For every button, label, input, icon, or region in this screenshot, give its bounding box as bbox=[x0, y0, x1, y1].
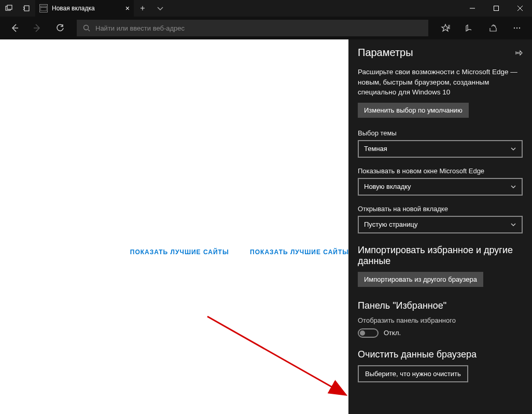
tab-chevron-icon[interactable] bbox=[151, 0, 169, 17]
back-button[interactable] bbox=[4, 19, 25, 37]
share-icon[interactable] bbox=[482, 19, 504, 37]
favorites-toggle[interactable] bbox=[358, 328, 379, 338]
new-tab-select[interactable]: Пустую страницу bbox=[358, 216, 523, 233]
reading-icon[interactable] bbox=[458, 19, 480, 37]
favorites-toggle-row: Откл. bbox=[358, 328, 523, 338]
tab-close-icon[interactable]: × bbox=[125, 4, 130, 12]
address-bar[interactable]: Найти или ввести веб-адрес bbox=[77, 20, 428, 36]
new-tab-value: Пустую страницу bbox=[364, 220, 417, 228]
open-with-select[interactable]: Новую вкладку bbox=[358, 178, 523, 196]
svg-point-18 bbox=[516, 27, 517, 29]
search-icon bbox=[83, 24, 90, 32]
import-heading: Импортировать избранное и другие данные bbox=[358, 245, 523, 267]
svg-rect-3 bbox=[40, 6, 47, 11]
tab-title: Новая вкладка bbox=[52, 5, 95, 12]
minimize-button[interactable] bbox=[460, 0, 484, 17]
theme-value: Темная bbox=[364, 145, 387, 153]
settings-header: Параметры bbox=[358, 47, 523, 59]
clear-data-button[interactable]: Выберите, что нужно очистить bbox=[358, 365, 468, 382]
more-icon[interactable] bbox=[506, 19, 528, 37]
favorites-toggle-label: Отобразить панель избранного bbox=[358, 316, 523, 324]
refresh-button[interactable] bbox=[50, 19, 71, 37]
maximize-button[interactable] bbox=[484, 0, 508, 17]
browser-tab[interactable]: Новая вкладка × bbox=[35, 0, 134, 17]
promo-text: Расширьте свои возможности с Microsoft E… bbox=[358, 67, 523, 98]
chevron-down-icon bbox=[510, 146, 516, 152]
forward-button[interactable] bbox=[27, 19, 48, 37]
svg-point-17 bbox=[514, 27, 515, 29]
open-with-value: Новую вкладку bbox=[364, 183, 411, 190]
clear-heading: Очистить данные браузера bbox=[358, 349, 523, 360]
taskview-icon[interactable] bbox=[0, 5, 18, 12]
svg-rect-2 bbox=[24, 6, 29, 11]
tab-favicon bbox=[39, 4, 48, 12]
set-aside-icon[interactable] bbox=[18, 5, 35, 12]
change-default-button[interactable]: Изменить выбор по умолчанию bbox=[358, 103, 469, 118]
svg-rect-1 bbox=[7, 5, 12, 9]
import-button[interactable]: Импортировать из другого браузера bbox=[358, 272, 483, 287]
settings-title: Параметры bbox=[358, 47, 413, 59]
new-tab-button[interactable]: + bbox=[134, 0, 151, 17]
new-tab-label: Открывать на новой вкладке bbox=[358, 205, 523, 213]
address-placeholder: Найти или ввести веб-адрес bbox=[95, 24, 185, 32]
svg-rect-6 bbox=[494, 6, 499, 11]
pin-icon[interactable] bbox=[515, 49, 523, 57]
favorites-heading: Панель "Избранное" bbox=[358, 300, 523, 311]
system-buttons-left bbox=[0, 0, 35, 17]
close-window-button[interactable] bbox=[508, 0, 532, 17]
window-titlebar: Новая вкладка × + bbox=[0, 0, 532, 17]
settings-panel: Параметры Расширьте свои возможности с M… bbox=[348, 39, 532, 414]
favorites-star-icon[interactable] bbox=[435, 19, 456, 37]
theme-label: Выбор темы bbox=[358, 129, 523, 137]
open-with-label: Показывать в новом окне Microsoft Edge bbox=[358, 167, 523, 175]
svg-point-19 bbox=[519, 27, 520, 29]
chevron-down-icon bbox=[510, 222, 516, 228]
window-controls bbox=[460, 0, 532, 17]
chevron-down-icon bbox=[510, 184, 516, 190]
browser-toolbar: Найти или ввести веб-адрес bbox=[0, 17, 532, 39]
favorites-toggle-state: Откл. bbox=[384, 329, 401, 337]
show-top-sites-link[interactable]: ПОКАЗАТЬ ЛУЧШИЕ САЙТЫ bbox=[130, 249, 229, 256]
svg-point-11 bbox=[84, 25, 89, 30]
theme-select[interactable]: Темная bbox=[358, 140, 523, 158]
svg-line-12 bbox=[88, 30, 90, 31]
